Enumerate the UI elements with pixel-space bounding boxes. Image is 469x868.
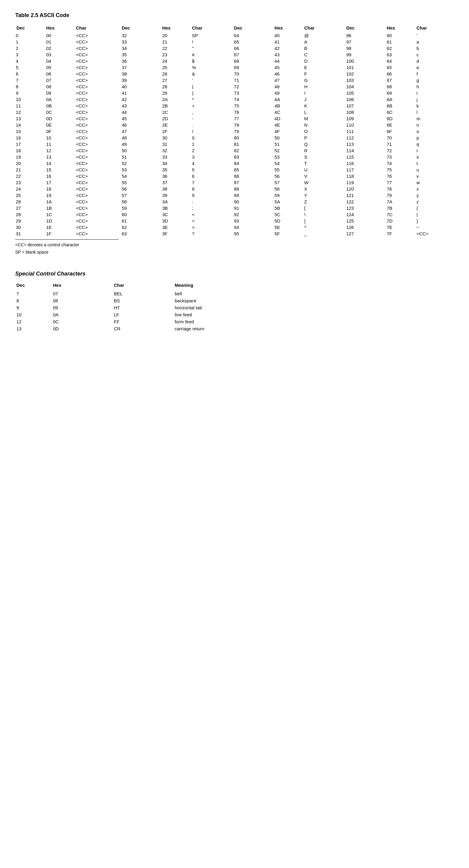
special-col-meaning: Meaning [174,281,454,290]
special-table-header: Dec Hex Char Meaning [15,281,454,290]
table-cell: 6 [15,71,45,77]
table-cell: 49 [273,90,303,96]
table-cell: 1A [45,198,75,205]
table-cell: $ [191,58,225,64]
table-cell: carriage return [174,325,454,332]
table-cell: 10 [15,96,45,102]
table-cell: 56 [113,186,161,192]
table-cell: 13 [15,325,52,332]
table-cell: <CC> [74,192,113,198]
table-cell: 45 [273,64,303,71]
table-cell: } [415,218,454,224]
table-cell: 19 [45,192,75,198]
col-header-hex-2: Hex [161,24,191,32]
table-cell: 102 [338,71,385,77]
col-header-hex-3: Hex [273,24,303,32]
col-header-dec-2: Dec [113,24,161,32]
table-cell: 6E [385,122,415,128]
table-cell: 19 [15,154,45,160]
table-cell: 11 [45,141,75,147]
table-cell: 101 [338,64,385,71]
table-cell: 36 [161,173,191,179]
table-cell: 115 [338,154,385,160]
table-cell: 111 [338,128,385,134]
table-cell: 60 [385,32,415,39]
table-row: 808BSbackspace [15,297,454,304]
table-cell: 17 [45,179,75,186]
table-cell: 48 [273,84,303,90]
table-cell: 2A [161,96,191,102]
table-cell: i [415,90,454,96]
table-cell: a [415,39,454,45]
table-cell: 25 [161,64,191,71]
table-cell: <CC> [74,173,113,179]
table-cell: 39 [161,192,191,198]
table-cell: 18 [45,186,75,192]
table-cell: 54 [273,160,303,166]
table-cell: 9 [191,192,225,198]
table-cell: 4E [273,122,303,128]
table-cell: E [303,64,338,71]
table-cell: 23 [15,179,45,186]
table-cell: <CC> [415,230,454,237]
table-cell: 13 [15,115,45,122]
table-cell: 3D [161,218,191,224]
table-cell: 117 [338,166,385,173]
table-cell: 103 [338,77,385,84]
table-row: 505<CC>3725%6945E10165e [15,64,454,71]
table-cell: 12 [15,318,52,325]
table-cell: 24 [161,58,191,64]
table-cell: z [415,198,454,205]
table-cell: 00 [45,32,75,39]
table-cell: C [303,52,338,58]
table-cell: 79 [385,192,415,198]
table-cell: I [303,90,338,96]
table-cell: L [303,109,338,115]
table-cell: <CC> [74,230,113,237]
table-cell: <CC> [74,154,113,160]
table-cell: BEL [113,290,174,297]
table-cell: 97 [338,39,385,45]
table-cell: Q [303,141,338,147]
table-cell: | [415,211,454,218]
table-row: 130D<CC>452D-774DM1096Dm [15,115,454,122]
table-cell: 73 [385,154,415,160]
table-cell: 20 [15,160,45,166]
table-cell: 14 [15,122,45,128]
table-cell: 40 [113,84,161,90]
table-cell: W [303,179,338,186]
table-cell: 7B [385,205,415,211]
table-cell: h [415,84,454,90]
table-cell: 3A [161,198,191,205]
table-cell: 6F [385,128,415,134]
table-row: 1711<CC>493118151Q11371q [15,141,454,147]
table-cell: 1E [45,224,75,230]
table-row: 202<CC>3422"6642B9862b [15,45,454,52]
table-cell: q [415,141,454,147]
table-cell: 82 [225,147,273,154]
table-cell: 53 [273,154,303,160]
table-cell: M [303,115,338,122]
table-cell: y [415,192,454,198]
table-cell: 124 [338,211,385,218]
table-cell: 43 [113,102,161,109]
table-cell: 74 [385,160,415,166]
table-cell: 98 [338,45,385,52]
table-cell: 3 [191,154,225,160]
table-cell: s [415,154,454,160]
table-cell: 86 [225,173,273,179]
table-cell: g [415,77,454,84]
col-header-char-4: Char [415,24,454,32]
footnote-line-2: SP = blank space [15,249,119,256]
table-cell: 1 [191,141,225,147]
table-cell: 16 [45,173,75,179]
table-cell: 26 [15,198,45,205]
table-cell: <CC> [74,166,113,173]
table-cell: <CC> [74,205,113,211]
table-cell: # [191,52,225,58]
table-cell: LF [113,311,174,318]
table-cell: j [415,96,454,102]
table-cell: 84 [225,160,273,166]
table-cell: ( [191,84,225,90]
table-row: 2418<CC>563888858X12078x [15,186,454,192]
